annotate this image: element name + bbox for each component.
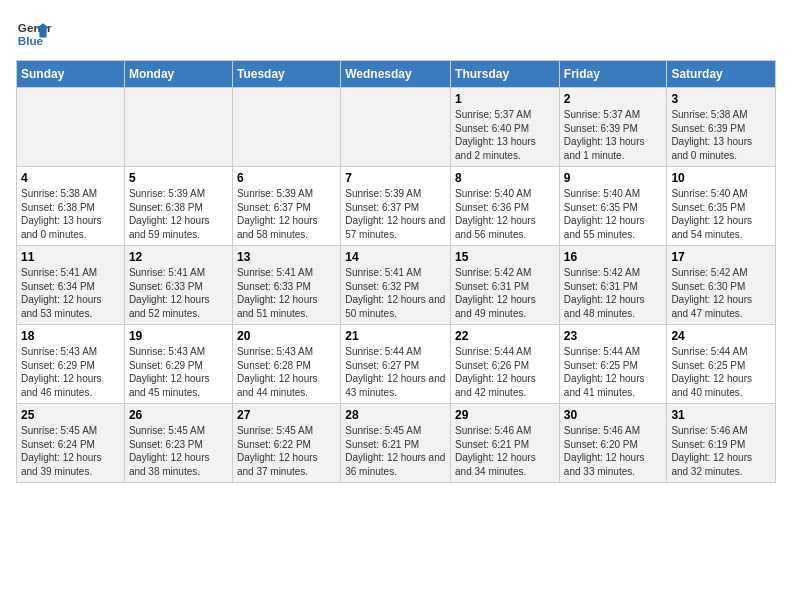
calendar-cell: 21Sunrise: 5:44 AM Sunset: 6:27 PM Dayli… [341, 325, 451, 404]
day-number: 11 [21, 250, 120, 264]
calendar-cell: 25Sunrise: 5:45 AM Sunset: 6:24 PM Dayli… [17, 404, 125, 483]
calendar-cell: 19Sunrise: 5:43 AM Sunset: 6:29 PM Dayli… [124, 325, 232, 404]
calendar-cell: 4Sunrise: 5:38 AM Sunset: 6:38 PM Daylig… [17, 167, 125, 246]
day-number: 28 [345, 408, 446, 422]
calendar-cell: 11Sunrise: 5:41 AM Sunset: 6:34 PM Dayli… [17, 246, 125, 325]
day-info: Sunrise: 5:42 AM Sunset: 6:30 PM Dayligh… [671, 266, 771, 320]
day-header-sunday: Sunday [17, 61, 125, 88]
day-header-monday: Monday [124, 61, 232, 88]
calendar-cell: 6Sunrise: 5:39 AM Sunset: 6:37 PM Daylig… [232, 167, 340, 246]
day-number: 19 [129, 329, 228, 343]
day-number: 7 [345, 171, 446, 185]
calendar-cell [341, 88, 451, 167]
day-info: Sunrise: 5:43 AM Sunset: 6:29 PM Dayligh… [129, 345, 228, 399]
calendar-cell: 5Sunrise: 5:39 AM Sunset: 6:38 PM Daylig… [124, 167, 232, 246]
calendar-cell: 2Sunrise: 5:37 AM Sunset: 6:39 PM Daylig… [559, 88, 667, 167]
day-info: Sunrise: 5:37 AM Sunset: 6:40 PM Dayligh… [455, 108, 555, 162]
day-number: 15 [455, 250, 555, 264]
day-header-saturday: Saturday [667, 61, 776, 88]
calendar-cell [232, 88, 340, 167]
logo: General Blue [16, 16, 52, 52]
day-number: 2 [564, 92, 663, 106]
day-info: Sunrise: 5:39 AM Sunset: 6:37 PM Dayligh… [237, 187, 336, 241]
calendar-cell: 9Sunrise: 5:40 AM Sunset: 6:35 PM Daylig… [559, 167, 667, 246]
calendar-cell: 16Sunrise: 5:42 AM Sunset: 6:31 PM Dayli… [559, 246, 667, 325]
day-info: Sunrise: 5:38 AM Sunset: 6:39 PM Dayligh… [671, 108, 771, 162]
day-info: Sunrise: 5:40 AM Sunset: 6:35 PM Dayligh… [564, 187, 663, 241]
day-info: Sunrise: 5:41 AM Sunset: 6:33 PM Dayligh… [129, 266, 228, 320]
calendar-cell: 8Sunrise: 5:40 AM Sunset: 6:36 PM Daylig… [451, 167, 560, 246]
day-info: Sunrise: 5:44 AM Sunset: 6:25 PM Dayligh… [564, 345, 663, 399]
day-number: 10 [671, 171, 771, 185]
day-number: 14 [345, 250, 446, 264]
calendar-cell: 13Sunrise: 5:41 AM Sunset: 6:33 PM Dayli… [232, 246, 340, 325]
header: General Blue [16, 16, 776, 52]
day-info: Sunrise: 5:41 AM Sunset: 6:33 PM Dayligh… [237, 266, 336, 320]
day-number: 13 [237, 250, 336, 264]
calendar-cell: 17Sunrise: 5:42 AM Sunset: 6:30 PM Dayli… [667, 246, 776, 325]
day-info: Sunrise: 5:42 AM Sunset: 6:31 PM Dayligh… [564, 266, 663, 320]
day-info: Sunrise: 5:41 AM Sunset: 6:32 PM Dayligh… [345, 266, 446, 320]
day-number: 12 [129, 250, 228, 264]
day-number: 9 [564, 171, 663, 185]
day-number: 26 [129, 408, 228, 422]
day-number: 16 [564, 250, 663, 264]
day-info: Sunrise: 5:39 AM Sunset: 6:37 PM Dayligh… [345, 187, 446, 241]
day-number: 23 [564, 329, 663, 343]
day-info: Sunrise: 5:45 AM Sunset: 6:22 PM Dayligh… [237, 424, 336, 478]
day-header-wednesday: Wednesday [341, 61, 451, 88]
day-number: 25 [21, 408, 120, 422]
day-info: Sunrise: 5:41 AM Sunset: 6:34 PM Dayligh… [21, 266, 120, 320]
calendar-cell: 10Sunrise: 5:40 AM Sunset: 6:35 PM Dayli… [667, 167, 776, 246]
calendar-cell: 12Sunrise: 5:41 AM Sunset: 6:33 PM Dayli… [124, 246, 232, 325]
calendar-cell [124, 88, 232, 167]
calendar-cell: 31Sunrise: 5:46 AM Sunset: 6:19 PM Dayli… [667, 404, 776, 483]
day-info: Sunrise: 5:46 AM Sunset: 6:19 PM Dayligh… [671, 424, 771, 478]
calendar-cell: 3Sunrise: 5:38 AM Sunset: 6:39 PM Daylig… [667, 88, 776, 167]
week-row-4: 18Sunrise: 5:43 AM Sunset: 6:29 PM Dayli… [17, 325, 776, 404]
day-info: Sunrise: 5:46 AM Sunset: 6:20 PM Dayligh… [564, 424, 663, 478]
day-header-friday: Friday [559, 61, 667, 88]
days-header-row: SundayMondayTuesdayWednesdayThursdayFrid… [17, 61, 776, 88]
calendar-cell: 1Sunrise: 5:37 AM Sunset: 6:40 PM Daylig… [451, 88, 560, 167]
calendar-cell: 26Sunrise: 5:45 AM Sunset: 6:23 PM Dayli… [124, 404, 232, 483]
calendar-cell: 30Sunrise: 5:46 AM Sunset: 6:20 PM Dayli… [559, 404, 667, 483]
day-number: 8 [455, 171, 555, 185]
day-info: Sunrise: 5:38 AM Sunset: 6:38 PM Dayligh… [21, 187, 120, 241]
day-number: 27 [237, 408, 336, 422]
calendar-cell: 18Sunrise: 5:43 AM Sunset: 6:29 PM Dayli… [17, 325, 125, 404]
calendar-cell: 15Sunrise: 5:42 AM Sunset: 6:31 PM Dayli… [451, 246, 560, 325]
logo-icon: General Blue [16, 16, 52, 52]
day-info: Sunrise: 5:39 AM Sunset: 6:38 PM Dayligh… [129, 187, 228, 241]
day-header-tuesday: Tuesday [232, 61, 340, 88]
day-number: 17 [671, 250, 771, 264]
day-number: 24 [671, 329, 771, 343]
calendar-cell: 7Sunrise: 5:39 AM Sunset: 6:37 PM Daylig… [341, 167, 451, 246]
week-row-3: 11Sunrise: 5:41 AM Sunset: 6:34 PM Dayli… [17, 246, 776, 325]
day-info: Sunrise: 5:37 AM Sunset: 6:39 PM Dayligh… [564, 108, 663, 162]
day-info: Sunrise: 5:44 AM Sunset: 6:27 PM Dayligh… [345, 345, 446, 399]
calendar-cell: 14Sunrise: 5:41 AM Sunset: 6:32 PM Dayli… [341, 246, 451, 325]
day-info: Sunrise: 5:42 AM Sunset: 6:31 PM Dayligh… [455, 266, 555, 320]
calendar-cell: 20Sunrise: 5:43 AM Sunset: 6:28 PM Dayli… [232, 325, 340, 404]
calendar-table: SundayMondayTuesdayWednesdayThursdayFrid… [16, 60, 776, 483]
day-number: 18 [21, 329, 120, 343]
day-info: Sunrise: 5:43 AM Sunset: 6:29 PM Dayligh… [21, 345, 120, 399]
day-info: Sunrise: 5:40 AM Sunset: 6:36 PM Dayligh… [455, 187, 555, 241]
calendar-cell: 23Sunrise: 5:44 AM Sunset: 6:25 PM Dayli… [559, 325, 667, 404]
day-info: Sunrise: 5:46 AM Sunset: 6:21 PM Dayligh… [455, 424, 555, 478]
week-row-2: 4Sunrise: 5:38 AM Sunset: 6:38 PM Daylig… [17, 167, 776, 246]
day-info: Sunrise: 5:40 AM Sunset: 6:35 PM Dayligh… [671, 187, 771, 241]
calendar-cell: 27Sunrise: 5:45 AM Sunset: 6:22 PM Dayli… [232, 404, 340, 483]
day-number: 6 [237, 171, 336, 185]
calendar-cell [17, 88, 125, 167]
day-info: Sunrise: 5:45 AM Sunset: 6:21 PM Dayligh… [345, 424, 446, 478]
day-number: 5 [129, 171, 228, 185]
day-info: Sunrise: 5:43 AM Sunset: 6:28 PM Dayligh… [237, 345, 336, 399]
calendar-cell: 24Sunrise: 5:44 AM Sunset: 6:25 PM Dayli… [667, 325, 776, 404]
calendar-cell: 29Sunrise: 5:46 AM Sunset: 6:21 PM Dayli… [451, 404, 560, 483]
week-row-5: 25Sunrise: 5:45 AM Sunset: 6:24 PM Dayli… [17, 404, 776, 483]
day-number: 3 [671, 92, 771, 106]
calendar-cell: 22Sunrise: 5:44 AM Sunset: 6:26 PM Dayli… [451, 325, 560, 404]
day-info: Sunrise: 5:44 AM Sunset: 6:26 PM Dayligh… [455, 345, 555, 399]
